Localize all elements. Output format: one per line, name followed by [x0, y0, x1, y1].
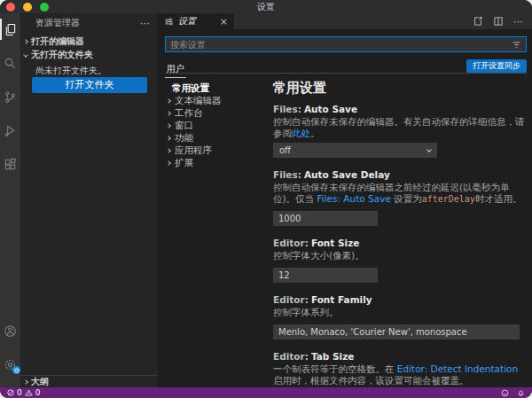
- toc-item-commonly-used[interactable]: 常用设置: [160, 82, 270, 95]
- font-size-input[interactable]: [273, 268, 378, 283]
- settings-scope-row: 用户 打开设置同步: [165, 59, 527, 74]
- toc-item-extensions[interactable]: 扩展: [160, 157, 270, 169]
- errors-icon: [7, 389, 14, 396]
- no-folder-message: 尚未打开文件夹。: [35, 65, 106, 77]
- tab-settings[interactable]: 设置 ×: [158, 13, 234, 29]
- chevron-right-icon: [166, 136, 171, 141]
- close-tab-icon[interactable]: ×: [220, 17, 228, 27]
- tab-label: 设置: [178, 15, 196, 27]
- warnings-count: 0: [35, 388, 41, 397]
- open-settings-json-icon[interactable]: [473, 13, 483, 30]
- search-icon: [4, 57, 17, 70]
- settings-content: 常用设置 Files:Auto Save 控制自动保存未保存的编辑器。有关自动保…: [273, 80, 525, 398]
- desc-text: 设置为: [391, 193, 422, 204]
- activity-bar: [0, 13, 20, 387]
- auto-save-select[interactable]: off: [273, 143, 437, 158]
- font-family-input[interactable]: [273, 324, 520, 339]
- open-folder-button[interactable]: 打开文件夹: [32, 77, 147, 93]
- chevron-right-icon: [166, 98, 171, 104]
- desc-link[interactable]: 此处: [292, 128, 310, 138]
- activity-explorer-button[interactable]: [0, 19, 20, 40]
- source-control-icon: [4, 90, 17, 104]
- update-badge-icon: [12, 366, 20, 374]
- setting-category: Files:: [273, 169, 301, 180]
- setting-category: Editor:: [273, 351, 309, 362]
- select-value: off: [279, 145, 291, 155]
- setting-label: Editor:Font Size: [273, 238, 525, 249]
- setting-label: Files:Auto Save: [273, 104, 525, 115]
- activity-extensions-button[interactable]: [0, 153, 20, 175]
- setting-category: Files:: [273, 104, 301, 114]
- toc-label: 文本编辑器: [175, 95, 222, 107]
- activity-source-control-button[interactable]: [0, 86, 20, 107]
- chevron-right-icon: [23, 379, 28, 385]
- setting-label: Files:Auto Save Delay: [273, 169, 525, 181]
- setting-control: [273, 322, 525, 339]
- chevron-down-icon: [426, 147, 432, 152]
- desc-link[interactable]: Files: Auto Save: [317, 193, 390, 204]
- run-debug-icon: [4, 124, 17, 137]
- split-editor-icon[interactable]: [493, 13, 504, 30]
- toc-label: 常用设置: [172, 82, 209, 95]
- desc-text: 。: [310, 128, 320, 138]
- auto-save-delay-input[interactable]: [273, 211, 378, 226]
- maximize-window-button[interactable]: [40, 3, 49, 12]
- close-window-button[interactable]: [6, 3, 15, 12]
- filter-icon[interactable]: [512, 40, 526, 50]
- editor-group: 设置 × ⋯: [158, 13, 532, 387]
- tab-bar: 设置 × ⋯: [158, 13, 532, 29]
- outline-section[interactable]: 大纲: [20, 375, 158, 387]
- toc-item-features[interactable]: 功能: [160, 132, 270, 144]
- desc-text: 时才适用。: [475, 193, 522, 204]
- setting-name: Tab Size: [311, 351, 354, 362]
- settings-tune-icon: [164, 13, 174, 30]
- chevron-right-icon: [166, 111, 171, 116]
- chevron-right-icon: [23, 39, 28, 44]
- desc-text: 控制字体大小(像素)。: [273, 250, 364, 261]
- setting-name: Font Family: [311, 294, 372, 305]
- minimize-window-button[interactable]: [23, 3, 32, 12]
- title-bar: 设置: [0, 0, 532, 13]
- account-icon: [4, 324, 17, 338]
- desc-link[interactable]: Editor: Detect Indentation: [397, 363, 518, 374]
- desc-text: 控制字体系列。: [273, 307, 339, 317]
- sidebar-more-actions-icon[interactable]: ⋯: [140, 18, 151, 29]
- setting-label: Editor:Tab Size: [273, 351, 525, 363]
- toc-item-workbench[interactable]: 工作台: [160, 107, 270, 120]
- toc-item-window[interactable]: 窗口: [160, 120, 270, 132]
- explorer-icon: [4, 23, 17, 36]
- turn-on-settings-sync-button[interactable]: 打开设置同步: [466, 59, 527, 73]
- settings-search-input[interactable]: [166, 40, 512, 50]
- no-folder-section[interactable]: 无打开的文件夹: [20, 48, 158, 61]
- errors-count: 0: [17, 388, 22, 397]
- toc-label: 窗口: [175, 120, 193, 132]
- explorer-sidebar: 资源管理器 ⋯ 打开的编辑器 无打开的文件夹 尚未打开文件夹。 打开文件夹 大纲: [20, 13, 158, 387]
- activity-search-button[interactable]: [0, 52, 20, 74]
- setting-name: Font Size: [311, 238, 360, 248]
- toc-item-application[interactable]: 应用程序: [160, 144, 270, 157]
- scope-tab-user[interactable]: 用户: [165, 61, 186, 78]
- more-actions-icon[interactable]: ⋯: [513, 16, 524, 27]
- sidebar-title: 资源管理器: [35, 17, 80, 29]
- problems-status[interactable]: 0 0: [7, 388, 40, 397]
- setting-control: [273, 265, 525, 283]
- vscode-window: 设置: [0, 0, 532, 398]
- activity-run-debug-button[interactable]: [0, 120, 20, 141]
- chevron-right-icon: [166, 123, 171, 129]
- settings-toc: 常用设置 文本编辑器 工作台 窗口 功能: [160, 82, 270, 169]
- setting-files-auto-save-delay: Files:Auto Save Delay 控制自动保存未保存的编辑器之前经过的…: [273, 169, 525, 226]
- toc-item-text-editor[interactable]: 文本编辑器: [160, 95, 270, 107]
- account-button[interactable]: [0, 320, 20, 341]
- feedback-smiley-icon[interactable]: [501, 389, 509, 397]
- settings-search-box: [165, 36, 527, 52]
- settings-editor: 用户 打开设置同步 常用设置 文本编辑器 工作台 窗口: [158, 29, 532, 387]
- setting-control: [273, 208, 525, 226]
- open-editors-section[interactable]: 打开的编辑器: [20, 35, 158, 48]
- notifications-bell-icon[interactable]: [517, 389, 525, 397]
- setting-description: 控制字体大小(像素)。: [273, 250, 525, 261]
- manage-settings-button[interactable]: [0, 354, 20, 375]
- no-folder-label: 无打开的文件夹: [31, 49, 93, 61]
- setting-description: 控制自动保存未保存的编辑器。有关自动保存的详细信息，请参阅此处。: [273, 116, 525, 139]
- setting-description: 一个制表符等于的空格数。在 Editor: Detect Indentation…: [273, 363, 525, 386]
- settings-heading: 常用设置: [273, 80, 525, 97]
